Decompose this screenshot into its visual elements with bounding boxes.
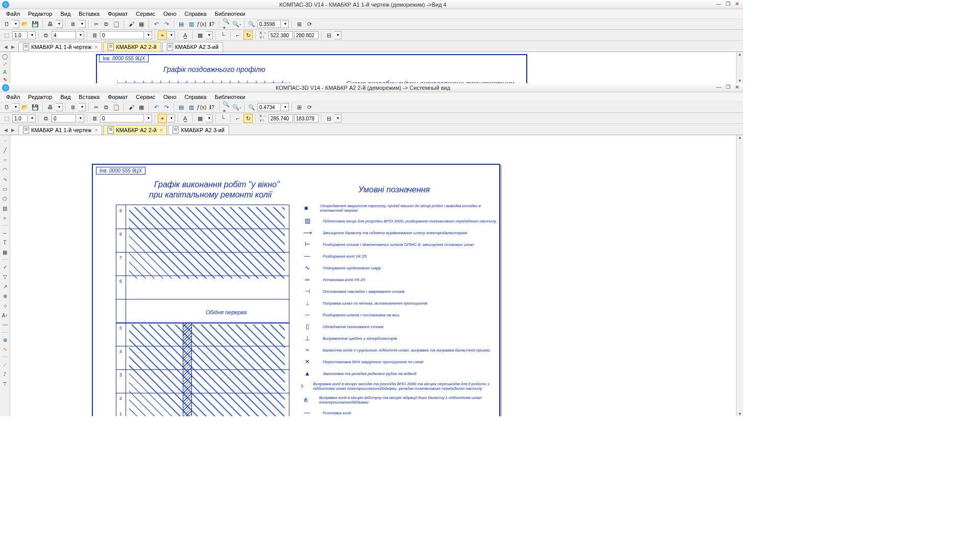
- paste-icon[interactable]: 📋: [112, 19, 121, 29]
- view-number-input[interactable]: [52, 114, 76, 122]
- circle-icon[interactable]: ○: [1, 156, 9, 164]
- grid-dd[interactable]: ▾: [206, 31, 213, 39]
- cut-icon[interactable]: ✂: [91, 103, 101, 112]
- minimize-button[interactable]: —: [715, 84, 723, 91]
- end-icon[interactable]: ⊟: [324, 114, 333, 123]
- menu-help[interactable]: Справка: [181, 93, 211, 101]
- menu-file[interactable]: Файл: [2, 93, 24, 101]
- line-width-input[interactable]: [12, 31, 28, 39]
- zoom-in-icon[interactable]: 🔍+: [222, 19, 231, 29]
- tab-next-icon[interactable]: ▶: [9, 128, 16, 135]
- copy-icon[interactable]: ⧉: [102, 103, 111, 112]
- drawing-canvas-2[interactable]: Інв. 0000 555 9ЦХ Графік виконання робіт…: [10, 135, 736, 416]
- close-button[interactable]: ✕: [733, 1, 741, 8]
- menu-libraries[interactable]: Библиотеки: [211, 10, 250, 17]
- print-icon[interactable]: 🖶: [45, 103, 55, 112]
- save-icon[interactable]: 💾: [31, 103, 40, 112]
- zoom-dd[interactable]: ▾: [282, 20, 289, 28]
- line-icon[interactable]: ╱: [1, 146, 9, 154]
- edit-icon[interactable]: ✎: [1, 77, 9, 84]
- tab-close-icon[interactable]: ×: [94, 44, 97, 50]
- mark-icon[interactable]: A↑: [1, 311, 9, 319]
- snap-icon[interactable]: ⌖: [158, 114, 167, 123]
- trim-icon[interactable]: ⟋: [1, 360, 9, 368]
- minimize-button[interactable]: —: [715, 1, 723, 8]
- snap-dd[interactable]: ▾: [168, 114, 175, 122]
- leader-icon[interactable]: ↗: [1, 282, 9, 290]
- cut-icon[interactable]: ✂: [91, 19, 101, 29]
- arc-icon[interactable]: ◠: [1, 165, 9, 173]
- base-icon[interactable]: ▽: [1, 272, 9, 281]
- tab-doc-a2-3[interactable]: КМАБКР А2 3-ий: [168, 125, 229, 135]
- tab-next-icon[interactable]: ▶: [9, 44, 16, 52]
- layer-dd[interactable]: ▾: [145, 31, 152, 39]
- tab-doc-a1[interactable]: КМАБКР А1 1-й чертеж×: [18, 42, 102, 52]
- text-icon[interactable]: A: [1, 69, 9, 76]
- layer-icon[interactable]: ≣: [90, 31, 99, 40]
- undo-icon[interactable]: ↶: [152, 103, 161, 112]
- snap-icon[interactable]: ⌖: [158, 31, 167, 40]
- new-icon[interactable]: 🗋: [2, 19, 11, 29]
- brush-icon[interactable]: 🖌: [127, 19, 136, 29]
- linew-dd[interactable]: ▾: [29, 31, 36, 39]
- preview-icon[interactable]: 🗎: [68, 19, 78, 29]
- fx-icon[interactable]: ƒ(x): [197, 19, 206, 29]
- center-icon[interactable]: ⊕: [1, 336, 9, 344]
- para-icon[interactable]: A̲: [181, 31, 190, 40]
- menu-libraries[interactable]: Библиотеки: [211, 93, 250, 101]
- break-icon[interactable]: ≈: [1, 214, 9, 222]
- line-width-input[interactable]: [12, 114, 28, 122]
- end-icon[interactable]: ⊟: [324, 31, 333, 40]
- zoom-out-icon[interactable]: 🔍-: [232, 19, 241, 29]
- menu-view[interactable]: Вид: [56, 93, 75, 101]
- snap-dd[interactable]: ▾: [168, 31, 175, 39]
- open-icon[interactable]: 📂: [20, 19, 30, 29]
- mgr1-icon[interactable]: ▤: [177, 103, 186, 112]
- hatch-icon[interactable]: ▨: [1, 204, 9, 212]
- tab-prev-icon[interactable]: ◀: [2, 128, 9, 135]
- paste-icon[interactable]: 📋: [112, 103, 121, 112]
- rect-icon[interactable]: ▭: [1, 185, 9, 193]
- zoom-input[interactable]: [257, 20, 281, 28]
- round-icon[interactable]: ↻: [243, 114, 253, 123]
- menu-editor[interactable]: Редактор: [24, 93, 56, 101]
- ortho2-icon[interactable]: ⌐: [233, 114, 242, 123]
- end-dd[interactable]: ▾: [334, 114, 341, 122]
- menu-help[interactable]: Справка: [181, 10, 211, 17]
- drawing-canvas-1[interactable]: Інв. 0000 555 9ЦХ Графік поздовжнього пр…: [10, 52, 736, 83]
- round-icon[interactable]: ↻: [243, 31, 253, 40]
- help-icon[interactable]: ℹ?: [207, 103, 216, 112]
- t-icon[interactable]: ⊤: [1, 380, 9, 388]
- ortho2-icon[interactable]: ⌐: [233, 31, 242, 40]
- tab-prev-icon[interactable]: ◀: [2, 44, 9, 52]
- props-icon[interactable]: ▦: [137, 103, 146, 112]
- tab-close-icon[interactable]: ×: [160, 128, 163, 133]
- menu-file[interactable]: Файл: [2, 10, 24, 17]
- end-dd[interactable]: ▾: [334, 31, 341, 39]
- view-state-icon[interactable]: ⧉: [41, 114, 51, 123]
- save-icon[interactable]: 💾: [31, 19, 40, 29]
- layer-icon[interactable]: ≣: [90, 114, 99, 123]
- dim-icon[interactable]: ↔: [1, 229, 9, 237]
- menu-view[interactable]: Вид: [56, 10, 75, 17]
- mgr2-icon[interactable]: ▥: [187, 103, 196, 112]
- mgr2-icon[interactable]: ▥: [187, 19, 196, 29]
- viewn-dd[interactable]: ▾: [77, 114, 84, 122]
- para-icon[interactable]: A̲: [181, 114, 190, 123]
- menu-window[interactable]: Окно: [159, 93, 181, 101]
- grid-icon[interactable]: ▦: [195, 114, 205, 123]
- tab-doc-a2-2[interactable]: КМАБКР А2 2-й: [103, 42, 161, 52]
- new-dd[interactable]: ▾: [12, 20, 19, 28]
- tile-icon[interactable]: ⊞: [295, 19, 304, 29]
- tile-icon[interactable]: ⊞: [295, 103, 304, 112]
- ortho-icon[interactable]: ⬚: [2, 31, 11, 40]
- grid-dd[interactable]: ▾: [206, 114, 213, 122]
- menu-insert[interactable]: Вставка: [75, 93, 104, 101]
- edit2-icon[interactable]: ✎: [1, 345, 9, 354]
- viewn-dd[interactable]: ▾: [77, 31, 84, 39]
- zoom-in-icon[interactable]: 🔍+: [222, 103, 231, 112]
- poly-icon[interactable]: ⬠: [1, 194, 9, 203]
- preview-icon[interactable]: 🗎: [68, 103, 78, 112]
- zoom-fit-icon[interactable]: 🔍: [247, 19, 256, 29]
- coord-x-input[interactable]: [268, 31, 293, 39]
